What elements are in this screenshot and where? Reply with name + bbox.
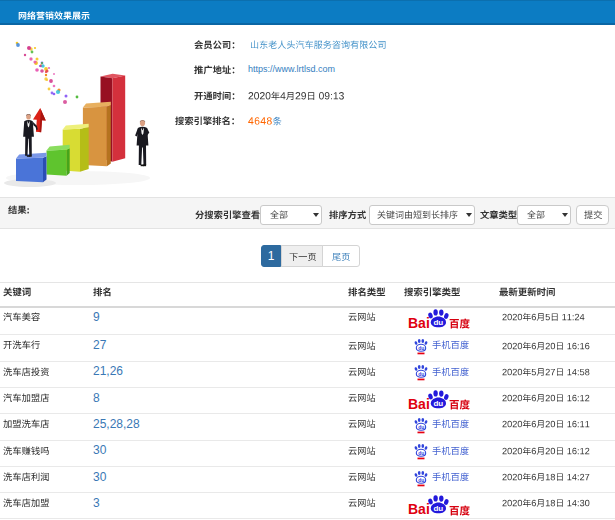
svg-text:du: du bbox=[433, 504, 443, 513]
svg-text:du: du bbox=[418, 345, 424, 351]
svg-text:Bai: Bai bbox=[408, 396, 430, 412]
svg-text:Bai: Bai bbox=[408, 315, 430, 331]
svg-text:du: du bbox=[433, 318, 443, 327]
svg-text:du: du bbox=[418, 476, 424, 482]
svg-text:du: du bbox=[418, 371, 424, 377]
svg-text:du: du bbox=[418, 450, 424, 456]
svg-text:Bai: Bai bbox=[408, 501, 430, 517]
svg-text:du: du bbox=[433, 399, 443, 408]
svg-text:du: du bbox=[418, 424, 424, 430]
